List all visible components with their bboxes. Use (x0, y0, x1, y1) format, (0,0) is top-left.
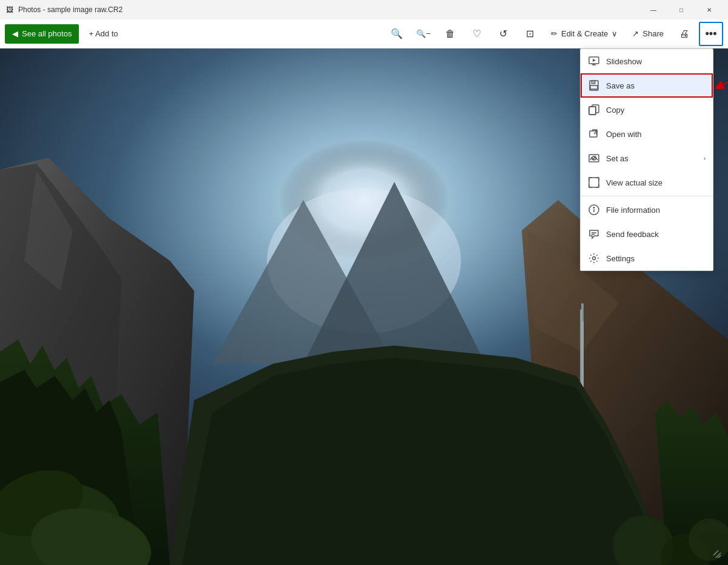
more-options-button[interactable]: ••• (699, 22, 723, 46)
favorite-button[interactable]: ♡ (465, 22, 489, 46)
svg-rect-36 (589, 107, 596, 115)
crop-icon: ⊡ (526, 28, 534, 39)
rotate-button[interactable]: ↺ (491, 22, 516, 46)
save-as-label: Save as (606, 81, 706, 90)
zoom-in-button[interactable]: 🔍 (385, 22, 409, 46)
menu-item-save-as[interactable]: Save as (581, 73, 713, 98)
menu-divider (581, 196, 713, 196)
window-title: Photos - sample image raw.CR2 (18, 5, 123, 14)
edit-create-button[interactable]: ✏ Edit & Create ∨ (545, 24, 624, 44)
svg-point-45 (593, 207, 595, 209)
resize-handle[interactable] (704, 541, 728, 565)
delete-button[interactable]: 🗑 (438, 22, 462, 46)
app-icon: 🖼 (5, 5, 15, 15)
heart-icon: ♡ (473, 28, 481, 39)
zoom-out-icon: 🔍− (416, 29, 431, 38)
slideshow-icon (588, 55, 600, 67)
edit-icon: ✏ (551, 29, 558, 38)
svg-point-48 (593, 257, 596, 260)
save-as-icon (588, 79, 600, 92)
menu-item-send-feedback[interactable]: Send feedback (581, 222, 713, 246)
svg-marker-30 (593, 59, 596, 62)
svg-line-25 (716, 553, 721, 558)
see-all-label: See all photos (22, 29, 72, 38)
view-actual-size-label: View actual size (606, 178, 706, 187)
crop-button[interactable]: ⊡ (518, 22, 542, 46)
set-as-label: Set as (606, 154, 698, 163)
share-icon: ↗ (632, 29, 639, 38)
edit-chevron-icon: ∨ (612, 29, 618, 38)
title-bar: 🖼 Photos - sample image raw.CR2 — □ ✕ (0, 0, 728, 19)
edit-create-label: Edit & Create (561, 29, 608, 38)
menu-item-view-actual-size[interactable]: View actual size (581, 170, 713, 195)
svg-rect-32 (592, 81, 595, 84)
dropdown-menu: Slideshow Save as (580, 48, 713, 271)
menu-item-open-with[interactable]: Open with (581, 122, 713, 146)
menu-item-file-information[interactable]: File information (581, 198, 713, 222)
menu-item-slideshow[interactable]: Slideshow (581, 49, 713, 73)
file-information-icon (588, 204, 600, 216)
copy-label: Copy (606, 105, 706, 115)
share-label: Share (642, 29, 664, 38)
close-button[interactable]: ✕ (695, 0, 723, 19)
zoom-in-icon: 🔍 (391, 28, 403, 39)
delete-icon: 🗑 (445, 28, 455, 39)
svg-rect-42 (589, 178, 599, 187)
add-to-button[interactable]: + Add to (81, 24, 125, 44)
set-as-icon (588, 152, 600, 164)
minimize-button[interactable]: — (639, 0, 667, 19)
rotate-icon: ↺ (499, 28, 507, 39)
menu-item-copy[interactable]: Copy (581, 98, 713, 122)
send-feedback-icon (588, 228, 600, 240)
zoom-out-button[interactable]: 🔍− (411, 22, 436, 46)
copy-icon (588, 104, 600, 116)
view-actual-size-icon (588, 176, 600, 189)
file-information-label: File information (606, 206, 706, 215)
add-to-label: + Add to (89, 29, 118, 38)
more-icon: ••• (706, 27, 717, 40)
svg-line-24 (713, 550, 718, 555)
open-with-label: Open with (606, 130, 706, 139)
open-with-icon (588, 128, 600, 140)
print-icon: 🖨 (679, 28, 689, 39)
slideshow-label: Slideshow (606, 57, 706, 66)
print-button[interactable]: 🖨 (672, 22, 696, 46)
share-button[interactable]: ↗ Share (626, 24, 670, 44)
svg-line-26 (718, 555, 721, 558)
toolbar: ◀ See all photos + Add to 🔍 🔍− 🗑 ♡ ↺ ⊡ ✏… (0, 19, 728, 48)
settings-label: Settings (606, 254, 706, 263)
maximize-button[interactable]: □ (667, 0, 695, 19)
title-controls: — □ ✕ (639, 0, 723, 19)
svg-rect-33 (590, 85, 598, 89)
set-as-arrow-icon: › (704, 155, 706, 162)
menu-item-set-as[interactable]: Set as › (581, 146, 713, 170)
menu-item-settings[interactable]: Settings (581, 246, 713, 270)
settings-icon (588, 252, 600, 264)
see-all-photos-button[interactable]: ◀ See all photos (5, 24, 79, 44)
see-all-icon: ◀ (12, 29, 18, 38)
send-feedback-label: Send feedback (606, 230, 706, 239)
